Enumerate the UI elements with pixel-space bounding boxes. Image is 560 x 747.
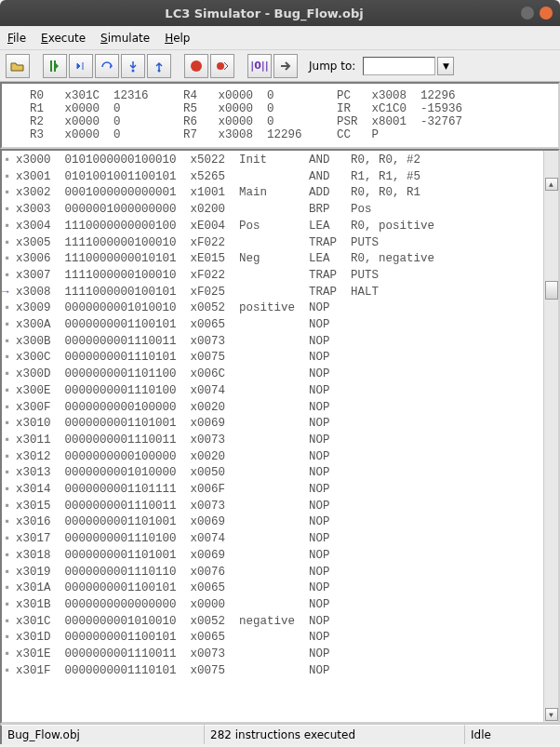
breakpoint-slot-icon[interactable]: ▪ <box>4 663 11 680</box>
memory-row[interactable]: ▪ x3009 0000000001010010 x0052 positive … <box>2 300 543 317</box>
memory-row[interactable]: ▪ x3000 0101000000100010 x5022 Init AND … <box>2 153 543 169</box>
scroll-up-icon[interactable]: ▲ <box>545 178 558 191</box>
memory-row[interactable]: ▪ x3015 0000000001110011 x0073 NOP <box>2 499 543 515</box>
stop-button[interactable] <box>184 54 208 78</box>
breakpoint-slot-icon[interactable]: ▪ <box>4 383 11 400</box>
continue-button[interactable] <box>43 54 67 78</box>
memory-row[interactable]: ▪ x300A 0000000001100101 x0065 NOP <box>2 317 543 334</box>
breakpoint-slot-icon[interactable]: ▪ <box>4 400 11 417</box>
breakpoint-slot-icon[interactable]: ▪ <box>4 317 11 334</box>
breakpoint-button[interactable] <box>210 54 234 78</box>
memory-row[interactable]: ▪ x3013 0000000001010000 x0050 NOP <box>2 465 543 482</box>
memory-row[interactable]: ▪ x300F 0000000000100000 x0020 NOP <box>2 400 543 417</box>
close-icon[interactable] <box>540 7 553 20</box>
breakpoint-slot-icon[interactable]: ▪ <box>4 350 11 367</box>
breakpoint-slot-icon[interactable]: ▪ <box>4 300 11 317</box>
memory-row[interactable]: ▪ x3006 1110000000010101 xE015 Neg LEA R… <box>2 251 543 268</box>
memory-row[interactable]: ▪ x3001 0101001001100101 x5265 AND R1, R… <box>2 169 543 186</box>
registers-panel: R0 x301C 12316 R4 x0000 0 PC x3008 12296… <box>0 82 560 149</box>
svg-point-3 <box>217 62 224 70</box>
breakpoint-slot-icon[interactable]: ▪ <box>4 548 11 565</box>
status-exec: 282 instructions executed <box>205 725 465 744</box>
memory-row[interactable]: ▪ x300C 0000000001110101 x0075 NOP <box>2 350 543 367</box>
memory-row[interactable]: ▪ x301D 0000000001100101 x0065 NOP <box>2 630 543 647</box>
menu-help[interactable]: Help <box>165 32 190 45</box>
memory-scrollbar[interactable]: ▲ ▼ <box>543 151 558 722</box>
breakpoint-slot-icon[interactable]: ▪ <box>4 465 11 482</box>
breakpoint-slot-icon[interactable]: ▪ <box>4 499 11 515</box>
memory-row[interactable]: ▪ x300B 0000000001110011 x0073 NOP <box>2 334 543 351</box>
memory-row[interactable]: ▪ x3012 0000000000100000 x0020 NOP <box>2 449 543 466</box>
breakpoint-slot-icon[interactable]: ▪ <box>4 514 11 531</box>
step-back-button[interactable] <box>69 54 93 78</box>
memory-row[interactable]: ▪ x3011 0000000001110011 x0073 NOP <box>2 433 543 449</box>
breakpoint-slot-icon[interactable]: ▪ <box>4 614 11 631</box>
memory-row[interactable]: ▪ x3007 1111000000100010 xF022 TRAP PUTS <box>2 268 543 285</box>
jump-dropdown[interactable]: ▼ <box>437 57 454 75</box>
continue-icon <box>48 60 61 73</box>
titlebar: LC3 Simulator - Bug_Flow.obj <box>0 0 560 26</box>
breakpoint-slot-icon[interactable]: ▪ <box>4 251 11 268</box>
menu-simulate[interactable]: Simulate <box>100 32 150 45</box>
memory-row[interactable]: ▪ x3014 0000000001101111 x006F NOP <box>2 482 543 499</box>
scroll-down-icon[interactable]: ▼ <box>545 708 558 721</box>
breakpoint-slot-icon[interactable]: ▪ <box>4 268 11 285</box>
breakpoint-slot-icon[interactable]: ▪ <box>4 235 11 252</box>
minimize-icon[interactable] <box>521 7 534 20</box>
memory-row[interactable]: ▪ x3010 0000000001101001 x0069 NOP <box>2 416 543 433</box>
memory-row[interactable]: ▪ x301F 0000000001110101 x0075 NOP <box>2 663 543 680</box>
breakpoint-slot-icon[interactable]: ▪ <box>4 531 11 548</box>
breakpoint-slot-icon[interactable]: ▪ <box>4 482 11 499</box>
breakpoint-slot-icon[interactable]: ▪ <box>4 334 11 351</box>
breakpoint-slot-icon[interactable]: ▪ <box>4 219 11 235</box>
breakpoint-slot-icon[interactable]: ▪ <box>4 416 11 433</box>
menu-execute[interactable]: Execute <box>41 32 86 45</box>
memory-row[interactable]: ▪ x3016 0000000001101001 x0069 NOP <box>2 514 543 531</box>
menu-file[interactable]: File <box>7 32 26 45</box>
menubar: File Execute Simulate Help <box>0 26 560 50</box>
status-state: Idle <box>465 725 560 744</box>
step-into-button[interactable] <box>121 54 145 78</box>
step-out-button[interactable] <box>147 54 171 78</box>
memory-row[interactable]: ▪ x3005 1111000000100010 xF022 TRAP PUTS <box>2 235 543 252</box>
memory-row[interactable]: ▪ x301A 0000000001100101 x0065 NOP <box>2 580 543 597</box>
memory-row[interactable]: ▪ x3004 1110000000000100 xE004 Pos LEA R… <box>2 219 543 235</box>
scroll-thumb[interactable] <box>545 281 558 300</box>
breakpoint-slot-icon[interactable]: ▪ <box>4 185 11 202</box>
svg-point-0 <box>132 69 135 72</box>
pc-arrow-icon[interactable]: → <box>2 285 9 301</box>
memory-row[interactable]: ▪ x3019 0000000001110110 x0076 NOP <box>2 565 543 581</box>
go-button[interactable] <box>273 54 298 78</box>
breakpoint-slot-icon[interactable]: ▪ <box>4 153 11 169</box>
breakpoint-slot-icon[interactable]: ▪ <box>4 449 11 466</box>
toolbar: |0|| Jump to: ▼ <box>0 50 560 82</box>
breakpoint-slot-icon[interactable]: ▪ <box>4 433 11 449</box>
memory-row[interactable]: ▪ x301E 0000000001110011 x0073 NOP <box>2 647 543 663</box>
memory-row[interactable]: ▪ x300D 0000000001101100 x006C NOP <box>2 367 543 383</box>
breakpoint-slot-icon[interactable]: ▪ <box>4 647 11 663</box>
breakpoint-slot-icon[interactable]: ▪ <box>4 597 11 614</box>
jump-input[interactable] <box>363 57 435 75</box>
breakpoint-slot-icon[interactable]: ▪ <box>4 169 11 186</box>
step-out-icon <box>153 60 166 73</box>
binary-button[interactable]: |0|| <box>247 54 272 78</box>
breakpoint-slot-icon[interactable]: ▪ <box>4 630 11 647</box>
breakpoint-slot-icon[interactable]: ▪ <box>4 202 11 219</box>
memory-row[interactable]: ▪ x3002 0001000000000001 x1001 Main ADD … <box>2 185 543 202</box>
go-icon <box>279 60 292 73</box>
memory-row[interactable]: ▪ x3017 0000000001110100 x0074 NOP <box>2 531 543 548</box>
memory-row[interactable]: ▪ x3003 0000001000000000 x0200 BRP Pos <box>2 202 543 219</box>
step-over-button[interactable] <box>95 54 119 78</box>
breakpoint-slot-icon[interactable]: ▪ <box>4 580 11 597</box>
breakpoint-slot-icon[interactable]: ▪ <box>4 367 11 383</box>
memory-row[interactable]: ▪ x301C 0000000001010010 x0052 negative … <box>2 614 543 631</box>
memory-row[interactable]: ▪ x300E 0000000001110100 x0074 NOP <box>2 383 543 400</box>
memory-row[interactable]: ▪ x3018 0000000001101001 x0069 NOP <box>2 548 543 565</box>
memory-row[interactable]: → x3008 1111000000100101 xF025 TRAP HALT <box>2 285 543 301</box>
open-button[interactable] <box>6 54 30 78</box>
svg-point-1 <box>158 69 161 72</box>
breakpoint-slot-icon[interactable]: ▪ <box>4 565 11 581</box>
step-over-icon <box>100 60 113 73</box>
memory-row[interactable]: ▪ x301B 0000000000000000 x0000 NOP <box>2 597 543 614</box>
breakpoint-icon <box>216 60 229 73</box>
